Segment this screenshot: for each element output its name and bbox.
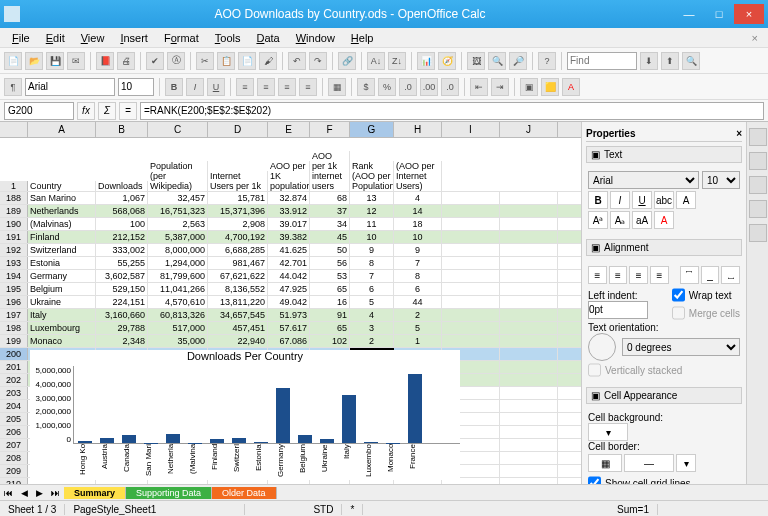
indent-dec-icon[interactable]: ⇤ — [470, 78, 488, 96]
cell-H194[interactable]: 8 — [394, 270, 442, 282]
show-gridlines-checkbox[interactable]: Show cell grid lines — [588, 474, 740, 484]
cell-E190[interactable]: 39.017 — [268, 218, 310, 230]
chart-icon[interactable]: 📊 — [417, 52, 435, 70]
navigator-icon[interactable]: 🧭 — [438, 52, 456, 70]
menu-edit[interactable]: Edit — [38, 30, 73, 46]
cell-I194[interactable] — [442, 270, 500, 282]
panel-shadow[interactable]: A — [676, 191, 696, 209]
cell-G188[interactable]: 13 — [350, 192, 394, 204]
cell-C191[interactable]: 5,387,000 — [148, 231, 208, 243]
sidebar-navigator-icon[interactable] — [749, 200, 767, 218]
autocheck-icon[interactable]: Ⓐ — [167, 52, 185, 70]
cell-G192[interactable]: 9 — [350, 244, 394, 256]
panel-align-right[interactable]: ≡ — [629, 266, 648, 284]
cell-D196[interactable]: 13,811,220 — [208, 296, 268, 308]
cell-D193[interactable]: 981,467 — [208, 257, 268, 269]
row-header-195[interactable]: 195 — [0, 283, 28, 295]
row-header-209[interactable]: 209 — [0, 465, 28, 477]
cell-B196[interactable]: 224,151 — [96, 296, 148, 308]
row-header-198[interactable]: 198 — [0, 322, 28, 334]
cell-I190[interactable] — [442, 218, 500, 230]
tab-nav-first[interactable]: ⏮ — [0, 488, 17, 498]
menu-data[interactable]: Data — [248, 30, 287, 46]
sidebar-functions-icon[interactable] — [749, 224, 767, 242]
spreadsheet-grid[interactable]: ABCDEFGHIJ 1CountryDownloadsPopulation (… — [0, 122, 581, 484]
cell-C197[interactable]: 60,813,326 — [148, 309, 208, 321]
row-header-194[interactable]: 194 — [0, 270, 28, 282]
cell-C188[interactable]: 32,457 — [148, 192, 208, 204]
panel-bold[interactable]: B — [588, 191, 608, 209]
cell-I197[interactable] — [442, 309, 500, 321]
bgcolor-picker[interactable]: ▾ — [588, 423, 628, 441]
row-header-203[interactable]: 203 — [0, 387, 28, 399]
row-header-207[interactable]: 207 — [0, 439, 28, 451]
col-header-B[interactable]: B — [96, 122, 148, 137]
email-icon[interactable]: ✉ — [67, 52, 85, 70]
text-section-header[interactable]: ▣ Text — [586, 146, 742, 163]
col-header-E[interactable]: E — [268, 122, 310, 137]
find-input[interactable] — [567, 52, 637, 70]
alignment-section-header[interactable]: ▣ Alignment — [586, 239, 742, 256]
link-icon[interactable]: 🔗 — [338, 52, 356, 70]
cell-F192[interactable]: 50 — [310, 244, 350, 256]
panel-fontcolor-icon[interactable]: A — [654, 211, 674, 229]
cell-B198[interactable]: 29,788 — [96, 322, 148, 334]
borders-icon[interactable]: ▣ — [520, 78, 538, 96]
panel-align-center[interactable]: ≡ — [609, 266, 628, 284]
row-header-201[interactable]: 201 — [0, 361, 28, 373]
menu-format[interactable]: Format — [156, 30, 207, 46]
border-preset[interactable]: ▦ — [588, 454, 622, 472]
gallery-icon[interactable]: 🖼 — [467, 52, 485, 70]
cell-F199[interactable]: 102 — [310, 335, 350, 347]
sheet-tab-summary[interactable]: Summary — [64, 487, 126, 499]
wrap-text-checkbox[interactable]: Wrap text — [672, 286, 740, 304]
cell-J189[interactable] — [500, 205, 558, 217]
border-style[interactable]: — — [624, 454, 674, 472]
cell-E193[interactable]: 42.701 — [268, 257, 310, 269]
row-header-208[interactable]: 208 — [0, 452, 28, 464]
print-icon[interactable]: 🖨 — [117, 52, 135, 70]
cell-G190[interactable]: 11 — [350, 218, 394, 230]
cell-G197[interactable]: 4 — [350, 309, 394, 321]
cell-F196[interactable]: 16 — [310, 296, 350, 308]
cut-icon[interactable]: ✂ — [196, 52, 214, 70]
cell-G194[interactable]: 7 — [350, 270, 394, 282]
align-justify-icon[interactable]: ≡ — [299, 78, 317, 96]
cell-E192[interactable]: 41.625 — [268, 244, 310, 256]
col-header-A[interactable]: A — [28, 122, 96, 137]
equals-icon[interactable]: = — [119, 102, 137, 120]
cell-H196[interactable]: 44 — [394, 296, 442, 308]
cell-J209[interactable] — [500, 465, 558, 477]
cell-C198[interactable]: 517,000 — [148, 322, 208, 334]
indent-input[interactable] — [588, 301, 648, 319]
cell-E188[interactable]: 32.874 — [268, 192, 310, 204]
panel-strike[interactable]: abc — [654, 191, 674, 209]
align-right-icon[interactable]: ≡ — [278, 78, 296, 96]
cell-A188[interactable]: San Marino — [28, 192, 96, 204]
col-header-D[interactable]: D — [208, 122, 268, 137]
cell-B191[interactable]: 212,152 — [96, 231, 148, 243]
cell-J200[interactable] — [500, 348, 558, 360]
cell-J201[interactable] — [500, 361, 558, 373]
cell-J192[interactable] — [500, 244, 558, 256]
find-prev-icon[interactable]: ⬆ — [661, 52, 679, 70]
dec-rem-icon[interactable]: .0 — [441, 78, 459, 96]
menu-close-doc[interactable]: × — [746, 32, 764, 44]
cell-H193[interactable]: 7 — [394, 257, 442, 269]
cell-G193[interactable]: 8 — [350, 257, 394, 269]
cell-A199[interactable]: Monaco — [28, 335, 96, 347]
bold-button[interactable]: B — [165, 78, 183, 96]
cell-E191[interactable]: 39.382 — [268, 231, 310, 243]
sidebar-gallery-icon[interactable] — [749, 176, 767, 194]
cell-F195[interactable]: 65 — [310, 283, 350, 295]
cell-I192[interactable] — [442, 244, 500, 256]
brush-icon[interactable]: 🖌 — [259, 52, 277, 70]
datasource-icon[interactable]: 🔍 — [488, 52, 506, 70]
save-icon[interactable]: 💾 — [46, 52, 64, 70]
cell-J207[interactable] — [500, 439, 558, 451]
row-header-205[interactable]: 205 — [0, 413, 28, 425]
cell-J204[interactable] — [500, 400, 558, 412]
tab-nav-next[interactable]: ▶ — [32, 488, 47, 498]
panel-super[interactable]: Aᵃ — [588, 211, 608, 229]
menu-insert[interactable]: Insert — [112, 30, 156, 46]
